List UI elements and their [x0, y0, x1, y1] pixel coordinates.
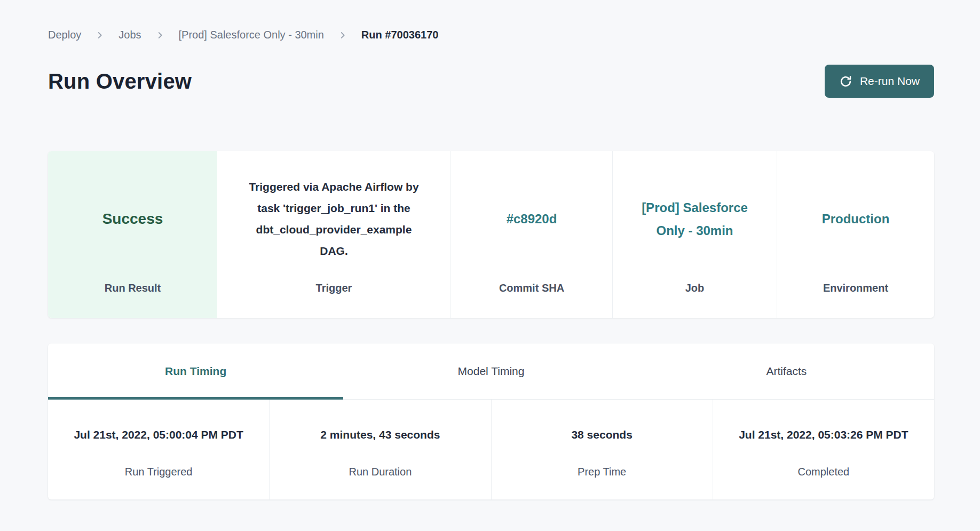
- run-result-value: Success: [102, 208, 163, 230]
- tab-model-timing[interactable]: Model Timing: [343, 343, 638, 399]
- run-overview-page: Deploy Jobs [Prod] Salesforce Only - 30m…: [0, 0, 980, 499]
- rerun-now-button-label: Re-run Now: [860, 75, 920, 88]
- refresh-icon: [839, 75, 852, 88]
- completed-stat: Jul 21st, 2022, 05:03:26 PM PDT Complete…: [713, 400, 934, 499]
- page-header: Run Overview Re-run Now: [48, 65, 934, 98]
- trigger-card: Triggered via Apache Airflow by task 'tr…: [217, 151, 451, 318]
- breadcrumb-item-run-number: Run #70036170: [361, 29, 439, 41]
- run-duration-stat: 2 minutes, 43 seconds Run Duration: [269, 400, 491, 499]
- run-triggered-stat: Jul 21st, 2022, 05:00:04 PM PDT Run Trig…: [48, 400, 269, 499]
- completed-label: Completed: [726, 466, 921, 478]
- timing-panel: Run Timing Model Timing Artifacts Jul 21…: [48, 343, 934, 499]
- run-duration-value: 2 minutes, 43 seconds: [291, 425, 469, 466]
- job-link[interactable]: [Prod] Salesforce Only - 30min: [638, 196, 752, 242]
- breadcrumb: Deploy Jobs [Prod] Salesforce Only - 30m…: [48, 0, 934, 41]
- run-summary-cards: Success Run Result Triggered via Apache …: [48, 151, 934, 318]
- rerun-now-button[interactable]: Re-run Now: [825, 65, 934, 98]
- completed-value: Jul 21st, 2022, 05:03:26 PM PDT: [735, 425, 912, 466]
- chevron-right-icon: [338, 30, 347, 40]
- prep-time-label: Prep Time: [504, 466, 700, 478]
- page-title: Run Overview: [48, 69, 192, 93]
- environment-label: Environment: [790, 282, 921, 318]
- run-result-value-wrap: Success: [61, 151, 204, 282]
- environment-value-wrap: Production: [790, 151, 921, 282]
- run-duration-label: Run Duration: [282, 466, 478, 478]
- job-label: Job: [626, 282, 764, 318]
- commit-sha-value-wrap: #c8920d: [464, 151, 599, 282]
- prep-time-value: 38 seconds: [513, 425, 691, 466]
- run-triggered-label: Run Triggered: [61, 466, 256, 478]
- trigger-label: Trigger: [230, 282, 438, 318]
- commit-sha-link[interactable]: #c8920d: [507, 207, 557, 230]
- run-triggered-value: Jul 21st, 2022, 05:00:04 PM PDT: [70, 425, 247, 466]
- tab-run-timing[interactable]: Run Timing: [48, 343, 343, 399]
- trigger-value-wrap: Triggered via Apache Airflow by task 'tr…: [230, 151, 438, 282]
- job-value-wrap: [Prod] Salesforce Only - 30min: [626, 151, 764, 282]
- prep-time-stat: 38 seconds Prep Time: [491, 400, 713, 499]
- environment-link[interactable]: Production: [822, 207, 890, 230]
- commit-sha-label: Commit SHA: [464, 282, 599, 318]
- chevron-right-icon: [95, 30, 105, 40]
- breadcrumb-item-job-name[interactable]: [Prod] Salesforce Only - 30min: [179, 29, 324, 41]
- chevron-right-icon: [155, 30, 165, 40]
- tab-artifacts[interactable]: Artifacts: [639, 343, 934, 399]
- trigger-value: Triggered via Apache Airflow by task 'tr…: [246, 176, 422, 262]
- run-result-label: Run Result: [61, 282, 204, 318]
- commit-sha-card: #c8920d Commit SHA: [451, 151, 613, 318]
- run-result-card: Success Run Result: [48, 151, 217, 318]
- breadcrumb-item-jobs[interactable]: Jobs: [118, 29, 141, 41]
- environment-card: Production Environment: [777, 151, 934, 318]
- job-card: [Prod] Salesforce Only - 30min Job: [613, 151, 777, 318]
- run-timing-stats: Jul 21st, 2022, 05:00:04 PM PDT Run Trig…: [48, 400, 934, 499]
- breadcrumb-item-deploy[interactable]: Deploy: [48, 29, 81, 41]
- tab-bar: Run Timing Model Timing Artifacts: [48, 343, 934, 400]
